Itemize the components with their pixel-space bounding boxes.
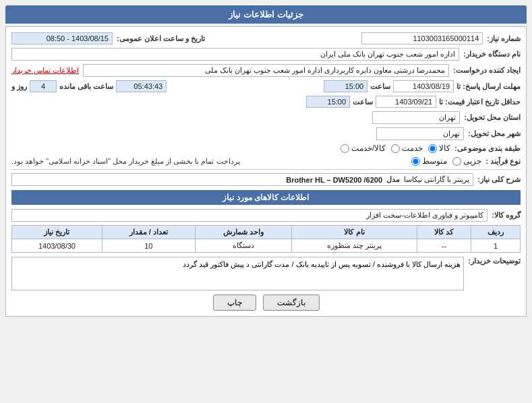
noe-motovaset-label: متوسط (422, 156, 447, 166)
button-row: بازگشت چاپ (11, 294, 521, 311)
tabaghe-radio-group: کالا خدمت کالا/خدمت (341, 144, 450, 153)
mohlat-saat: 15:00 (324, 80, 367, 92)
cell-tarikh: 1403/08/30 (12, 239, 102, 253)
sharh-model-label: مدل (386, 175, 400, 184)
group-value: کامپیوتر و فناوری اطلاعات-سخت افزار (11, 209, 487, 222)
col-tarikh: تاریخ نیاز (12, 226, 102, 239)
col-radif: ردیف (471, 226, 521, 239)
noe-jozyi-label: جزیی (463, 156, 481, 166)
nam-dastgah-label: نام دستگاه خریدار: (463, 50, 521, 59)
cell-vahed: دستگاه (195, 239, 292, 253)
section-info-title: اطلاعات کالاهای مورد نیاز (11, 190, 521, 205)
tozihat-textarea[interactable] (11, 257, 464, 290)
tarikh-label: تاریخ و ساعت اعلان عمومی: (117, 34, 205, 43)
row-group-kala: گروه کالا: کامپیوتر و فناوری اطلاعات-سخت… (11, 209, 521, 222)
row-sharh: شرح کلی نیاز: پرینتر با گارانتی نیکاسا م… (11, 173, 521, 186)
mohlat-baqi-value: 05:43:43 (116, 80, 167, 92)
shomare-niaz-value: 1103003165000114 (361, 32, 483, 44)
ostan-value: تهران (372, 111, 460, 124)
col-tedad: تعداد / مقدار (102, 226, 195, 239)
ostan-label: استان محل تحویل: (464, 113, 521, 122)
ijad-label: ایجاد کننده درخواست: (453, 66, 521, 75)
tabaghe-label: طبقه بندی موضوعی: (454, 144, 521, 153)
shahr-value: تهران (376, 127, 464, 140)
noe-radio-group: جزیی متوسط (411, 156, 481, 166)
mohlat-roz-label: روز و (11, 82, 27, 91)
col-vahed: واحد شمارش (195, 226, 292, 239)
col-name: نام کالا (292, 226, 417, 239)
noe-description: پرداخت تمام با بخشی از مبلغ خریدار محل "… (11, 157, 240, 166)
row-shomare-tarikh: شماره نیاز: 1103003165000114 تاریخ و ساع… (11, 32, 521, 44)
tamaas-link[interactable]: اطلاعات تماس خریدار (11, 66, 79, 75)
tabaghe-khadamat-option[interactable]: خدمت (391, 144, 423, 153)
row-noe-farayand: نوع فرآیند : جزیی متوسط پرداخت تمام با ب… (11, 156, 521, 166)
row-hadaghal: حداقل تاریخ اعتبار قیمت: تا 1403/09/21 س… (11, 96, 521, 108)
hadaghal-date: 1403/09/21 (376, 96, 436, 108)
tabaghe-khadamat-label: خدمت (402, 144, 423, 153)
row-nam-dastgah: نام دستگاه خریدار: اداره امور شعب جنوب ت… (11, 48, 521, 61)
cell-name: پرینتر چند منظوره (292, 239, 417, 253)
tabaghe-khadamat-radio[interactable] (391, 144, 400, 153)
print-button[interactable]: چاپ (213, 294, 256, 311)
row-ijad: ایجاد کننده درخواست: محمدرضا درشتی معاون… (11, 64, 521, 77)
group-label: گروه کالا: (492, 211, 521, 220)
hadaghal-label: حداقل تاریخ اعتبار قیمت: تا (439, 98, 521, 106)
sharh-printer-label: پرینتر با گارانتی نیکاسا (404, 175, 469, 184)
tabaghe-kala-radio[interactable] (428, 144, 437, 153)
shahr-label: شهر محل تحویل: (468, 129, 521, 138)
sharh-model-value: Brother HL – DW5200 /6200 (286, 176, 382, 184)
row-tozihat: توضیحات خریدار: (11, 257, 521, 290)
col-kod: کد کالا (417, 226, 471, 239)
row-shahr: شهر محل تحویل: تهران (11, 127, 521, 140)
noe-jozyi-radio[interactable] (452, 157, 461, 166)
hadaghal-saat: 15:00 (306, 96, 350, 108)
tarikh-value: 1403/08/15 - 08:50 (11, 32, 113, 44)
row-mohlat: مهلت ارسال پاسخ: تا 1403/08/19 ساعت 15:0… (11, 80, 521, 92)
hadaghal-saat-label: ساعت (353, 98, 373, 106)
tabaghe-kala-khadamat-label: کالا/خدمت (351, 144, 386, 153)
tabaghe-kala-khadamat-option[interactable]: کالا/خدمت (341, 144, 386, 153)
nam-dastgah-value: اداره امور شعب جنوب تهران بانک ملی ایران (11, 48, 459, 61)
cell-radif: 1 (471, 239, 521, 253)
noe-motovaset-option[interactable]: متوسط (411, 156, 447, 166)
tabaghe-kala-khadamat-radio[interactable] (341, 144, 349, 153)
mohlat-roz: 4 (30, 80, 57, 92)
noe-motovaset-radio[interactable] (411, 157, 420, 166)
mohlat-label: مهلت ارسال پاسخ: تا (456, 82, 521, 91)
tozihat-label: توضیحات خریدار: (468, 257, 521, 266)
mohlat-saat-label: ساعت (370, 82, 390, 91)
table-row: 1 -- پرینتر چند منظوره دستگاه 10 1403/08… (12, 239, 521, 253)
kala-table: ردیف کد کالا نام کالا واحد شمارش تعداد /… (11, 225, 521, 253)
noe-farayand-label: نوع فرآیند : (485, 157, 521, 166)
sharh-field: پرینتر با گارانتی نیکاسا مدل Brother HL … (11, 173, 473, 186)
tabaghe-kala-label: کالا (439, 144, 450, 153)
row-tabaghe: طبقه بندی موضوعی: کالا خدمت کالا/خدمت (11, 144, 521, 153)
back-button[interactable]: بازگشت (263, 294, 320, 311)
sharh-label: شرح کلی نیاز: (477, 175, 521, 184)
shomare-niaz-label: شماره نیاز: (487, 34, 521, 43)
tabaghe-kala-option[interactable]: کالا (428, 144, 450, 153)
cell-tedad: 10 (102, 239, 195, 253)
mohlat-baqi-label: ساعت باقی مانده (59, 82, 113, 91)
noe-jozyi-option[interactable]: جزیی (452, 156, 481, 166)
ijad-value: محمدرضا درشتی معاون دایره کاربرداری ادار… (83, 64, 449, 77)
cell-kod: -- (417, 239, 471, 253)
row-ostan: استان محل تحویل: تهران (11, 111, 521, 124)
mohlat-date: 1403/08/19 (393, 80, 454, 92)
page-title: جزئیات اطلاعات نیاز (5, 5, 527, 24)
